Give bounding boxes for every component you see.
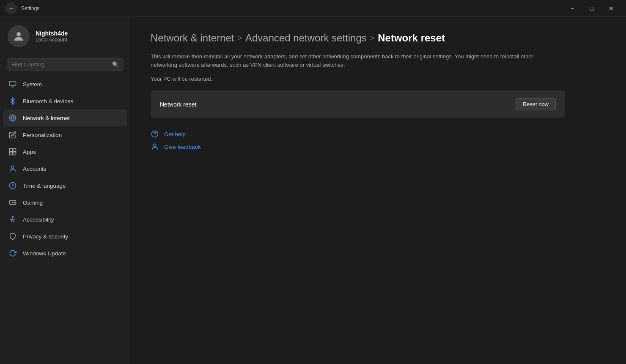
svg-rect-6 (10, 149, 13, 152)
user-section: Nightsh4de Local Account (0, 17, 130, 55)
nav-icon-update (8, 249, 17, 257)
sidebar-item-apps[interactable]: Apps (3, 143, 127, 160)
reset-now-button[interactable]: Reset now (516, 98, 556, 110)
nav-list: System Bluetooth & devices Network & int… (0, 76, 130, 262)
breadcrumb-part1[interactable]: Network & internet (151, 32, 234, 44)
nav-icon-personalization (8, 131, 17, 139)
give-feedback-label: Give feedback (164, 144, 200, 150)
nav-icon-time (8, 181, 17, 190)
svg-point-10 (11, 166, 14, 168)
nav-icon-privacy (8, 232, 17, 241)
breadcrumb-separator-2: > (370, 34, 375, 43)
svg-rect-1 (10, 81, 16, 86)
svg-rect-9 (13, 152, 16, 155)
nav-label-update: Windows Update (23, 250, 66, 257)
user-info: Nightsh4de Local Account (36, 30, 68, 43)
get-help-icon (151, 130, 159, 138)
sidebar-item-network[interactable]: Network & internet (3, 109, 127, 126)
nav-icon-system (8, 80, 17, 88)
search-input[interactable] (11, 61, 109, 68)
sidebar-item-time[interactable]: Time & language (3, 177, 127, 194)
sidebar-item-privacy[interactable]: Privacy & security (3, 228, 127, 245)
nav-label-accounts: Accounts (23, 166, 47, 172)
app-container: Nightsh4de Local Account 🔍 System Blueto… (0, 17, 626, 364)
reset-card: Network reset Reset now (151, 90, 565, 118)
avatar (8, 25, 30, 47)
nav-icon-network (8, 114, 17, 122)
back-button[interactable]: ← (5, 3, 17, 14)
minimize-button[interactable]: − (563, 2, 582, 15)
nav-label-gaming: Gaming (23, 200, 43, 206)
breadcrumb: Network & internet > Advanced network se… (151, 32, 606, 44)
nav-icon-accessibility (8, 215, 17, 224)
svg-point-16 (15, 203, 16, 203)
svg-point-17 (12, 216, 14, 218)
sidebar-item-system[interactable]: System (3, 76, 127, 93)
user-icon (12, 30, 25, 43)
sidebar-item-personalization[interactable]: Personalization (3, 126, 127, 143)
nav-label-privacy: Privacy & security (23, 233, 68, 240)
nav-label-personalization: Personalization (23, 132, 62, 138)
sidebar-item-accessibility[interactable]: Accessibility (3, 211, 127, 228)
main-content: Network & internet > Advanced network se… (130, 17, 626, 364)
nav-label-accessibility: Accessibility (23, 216, 54, 223)
help-links: Get helpGive feedback (151, 130, 606, 151)
user-name: Nightsh4de (36, 30, 68, 37)
sidebar-item-accounts[interactable]: Accounts (3, 160, 127, 177)
svg-point-21 (154, 144, 156, 146)
breadcrumb-current: Network reset (378, 32, 445, 44)
help-link-give-feedback[interactable]: Give feedback (151, 142, 606, 151)
nav-icon-gaming (8, 198, 17, 207)
maximize-button[interactable]: □ (582, 2, 601, 15)
sidebar: Nightsh4de Local Account 🔍 System Blueto… (0, 17, 130, 364)
svg-rect-8 (10, 152, 13, 155)
nav-label-bluetooth: Bluetooth & devices (23, 98, 73, 104)
breadcrumb-separator-1: > (237, 34, 242, 43)
nav-icon-bluetooth (8, 97, 17, 105)
titlebar-left: ← Settings (5, 3, 39, 14)
sidebar-item-bluetooth[interactable]: Bluetooth & devices (3, 93, 127, 109)
nav-icon-apps (8, 148, 17, 156)
description-text: This will remove then reinstall all your… (151, 52, 557, 69)
nav-label-time: Time & language (23, 183, 66, 189)
breadcrumb-part2[interactable]: Advanced network settings (245, 32, 367, 44)
restart-notice: Your PC will be restarted. (151, 76, 606, 82)
close-button[interactable]: ✕ (601, 2, 621, 15)
user-account-type: Local Account (36, 37, 68, 43)
titlebar-title: Settings (21, 5, 39, 11)
give-feedback-icon (151, 142, 159, 151)
sidebar-item-update[interactable]: Windows Update (3, 245, 127, 262)
sidebar-item-gaming[interactable]: Gaming (3, 194, 127, 211)
nav-label-system: System (23, 81, 42, 88)
help-link-get-help[interactable]: Get help (151, 130, 606, 138)
nav-icon-accounts (8, 164, 17, 173)
search-icon: 🔍 (112, 61, 119, 68)
nav-label-apps: Apps (23, 149, 36, 155)
titlebar: ← Settings − □ ✕ (0, 0, 626, 17)
get-help-label: Get help (164, 131, 186, 137)
reset-card-label: Network reset (160, 101, 196, 108)
titlebar-controls: − □ ✕ (563, 2, 621, 15)
svg-rect-7 (13, 149, 16, 152)
search-container: 🔍 (0, 55, 130, 76)
svg-point-0 (16, 32, 21, 36)
search-box[interactable]: 🔍 (7, 58, 124, 71)
nav-label-network: Network & internet (23, 115, 70, 121)
